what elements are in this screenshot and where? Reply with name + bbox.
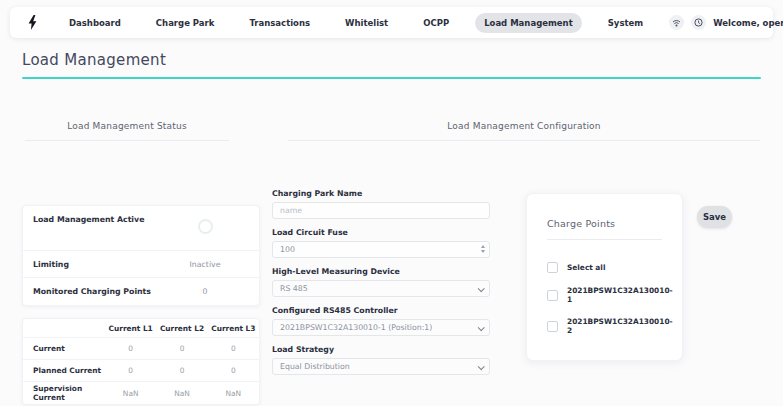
- current-table: Current L1 Current L2 Current L3 Current…: [22, 318, 260, 405]
- clock-icon[interactable]: [691, 15, 706, 30]
- charging-park-name-input-wrap: [272, 202, 490, 219]
- field-measuring-device: High-Level Measuring Device RS 485: [272, 267, 490, 297]
- table-cell: 0: [105, 344, 156, 353]
- status-section-title: Load Management Status: [25, 121, 229, 131]
- field-rs485-controller: Configured RS485 Controller 2021BPSW1C32…: [272, 306, 490, 336]
- table-cell: 0: [208, 366, 259, 375]
- charge-points-card: Charge Points Select all 2021BPSW1C32A13…: [526, 193, 683, 361]
- load-circuit-fuse-input[interactable]: [280, 245, 482, 254]
- chevron-down-icon: [478, 324, 485, 331]
- status-row-label: Load Management Active: [33, 215, 161, 224]
- field-label: Configured RS485 Controller: [272, 306, 490, 315]
- user-menu-label: Welcome, operator: [713, 18, 783, 28]
- status-row-value: 0: [161, 287, 249, 296]
- field-charging-park-name: Charging Park Name: [272, 189, 490, 219]
- charge-points-title: Charge Points: [547, 218, 662, 229]
- navbar-right-group: Welcome, operator▾: [669, 15, 783, 30]
- nav-item-charge-park[interactable]: Charge Park: [147, 13, 224, 33]
- status-row-value: Inactive: [161, 260, 249, 269]
- table-row-current: Current 0 0 0: [23, 338, 259, 360]
- table-row-supervision-current: Supervision Current NaN NaN NaN: [23, 382, 259, 404]
- lightning-bolt-icon[interactable]: [28, 15, 37, 30]
- checkbox-label: Select all: [567, 263, 605, 272]
- number-stepper-icon[interactable]: [481, 245, 485, 253]
- selected-value: Equal Distribution: [280, 362, 350, 371]
- nav-item-system[interactable]: System: [599, 13, 652, 33]
- config-form: Charging Park Name Load Circuit Fuse Hig…: [272, 189, 490, 384]
- checkbox-icon[interactable]: [547, 321, 558, 332]
- field-label: Load Strategy: [272, 345, 490, 354]
- field-load-strategy: Load Strategy Equal Distribution: [272, 345, 490, 375]
- table-header-current-l1: Current L1: [105, 324, 156, 333]
- status-row-label: Monitored Charging Points: [33, 287, 161, 296]
- charge-point-option-1[interactable]: 2021BPSW1C32A130010-1: [547, 286, 662, 304]
- table-header-current-l3: Current L3: [208, 324, 259, 333]
- checkbox-label: 2021BPSW1C32A130010-1: [567, 286, 673, 304]
- charge-point-select-all[interactable]: Select all: [547, 262, 662, 273]
- config-section-heading: Load Management Configuration: [288, 121, 760, 141]
- load-strategy-select[interactable]: Equal Distribution: [272, 358, 490, 375]
- charge-points-divider: [547, 239, 662, 240]
- top-navbar: Dashboard Charge Park Transactions White…: [10, 7, 773, 38]
- active-indicator-ring[interactable]: [198, 219, 213, 234]
- table-cell: 0: [156, 344, 207, 353]
- nav-item-dashboard[interactable]: Dashboard: [60, 13, 130, 33]
- table-cell: NaN: [208, 389, 259, 398]
- status-row-monitored-points: Monitored Charging Points 0: [23, 278, 259, 305]
- field-load-circuit-fuse: Load Circuit Fuse: [272, 228, 490, 258]
- selected-value: RS 485: [280, 284, 308, 293]
- field-label: Charging Park Name: [272, 189, 490, 198]
- checkbox-label: 2021BPSW1C32A130010-2: [567, 317, 673, 335]
- status-row-value: [161, 215, 249, 236]
- config-section-divider: [288, 140, 760, 141]
- table-header-current-l2: Current L2: [156, 324, 207, 333]
- status-card: Load Management Active Limiting Inactive…: [22, 205, 260, 306]
- table-row-label: Current: [23, 344, 105, 353]
- table-cell: 0: [208, 344, 259, 353]
- current-table-header: Current L1 Current L2 Current L3: [23, 319, 259, 338]
- user-menu[interactable]: Welcome, operator▾: [713, 18, 783, 28]
- stepper-down-icon[interactable]: [481, 250, 485, 253]
- save-button[interactable]: Save: [697, 206, 732, 228]
- nav-item-whitelist[interactable]: Whitelist: [336, 13, 397, 33]
- charge-point-option-2[interactable]: 2021BPSW1C32A130010-2: [547, 317, 662, 335]
- nav-item-ocpp[interactable]: OCPP: [414, 13, 458, 33]
- field-label: High-Level Measuring Device: [272, 267, 490, 276]
- status-row-limiting: Limiting Inactive: [23, 251, 259, 278]
- config-section-title: Load Management Configuration: [288, 121, 760, 131]
- status-row-active: Load Management Active: [23, 206, 259, 251]
- status-section-divider: [25, 140, 229, 141]
- checkbox-icon[interactable]: [547, 262, 558, 273]
- status-section-heading: Load Management Status: [25, 121, 229, 141]
- measuring-device-select[interactable]: RS 485: [272, 280, 490, 297]
- stepper-up-icon[interactable]: [481, 245, 485, 248]
- table-row-label: Planned Current: [23, 366, 105, 375]
- wifi-icon[interactable]: [669, 15, 684, 30]
- table-row-planned-current: Planned Current 0 0 0: [23, 360, 259, 382]
- nav-item-transactions[interactable]: Transactions: [240, 13, 319, 33]
- chevron-down-icon: [478, 285, 485, 292]
- status-row-label: Limiting: [33, 260, 161, 269]
- charging-park-name-input[interactable]: [280, 206, 482, 215]
- table-cell: NaN: [156, 389, 207, 398]
- checkbox-icon[interactable]: [547, 290, 558, 301]
- page-title: Load Management: [22, 51, 166, 69]
- nav-item-load-management[interactable]: Load Management: [475, 13, 582, 33]
- table-cell: 0: [156, 366, 207, 375]
- selected-value: 2021BPSW1C32A130010-1 (Position:1): [280, 323, 432, 332]
- table-cell: 0: [105, 366, 156, 375]
- field-label: Load Circuit Fuse: [272, 228, 490, 237]
- load-circuit-fuse-input-wrap: [272, 241, 490, 258]
- title-accent-rule: [22, 77, 761, 79]
- table-cell: NaN: [105, 389, 156, 398]
- rs485-controller-select[interactable]: 2021BPSW1C32A130010-1 (Position:1): [272, 319, 490, 336]
- table-row-label: Supervision Current: [23, 384, 105, 402]
- chevron-down-icon: [478, 363, 485, 370]
